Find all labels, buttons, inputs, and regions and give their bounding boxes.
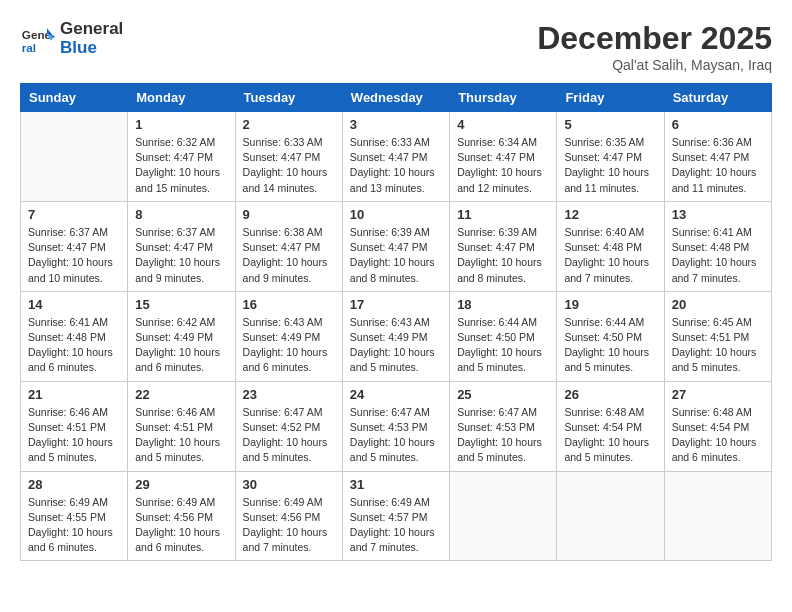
weekday-header-thursday: Thursday	[450, 84, 557, 112]
calendar-cell: 21Sunrise: 6:46 AMSunset: 4:51 PMDayligh…	[21, 381, 128, 471]
calendar-cell: 19Sunrise: 6:44 AMSunset: 4:50 PMDayligh…	[557, 291, 664, 381]
logo: Gene- ral General Blue	[20, 20, 123, 57]
calendar-cell: 16Sunrise: 6:43 AMSunset: 4:49 PMDayligh…	[235, 291, 342, 381]
day-number: 29	[135, 477, 227, 492]
day-number: 3	[350, 117, 442, 132]
calendar-cell: 31Sunrise: 6:49 AMSunset: 4:57 PMDayligh…	[342, 471, 449, 561]
svg-text:ral: ral	[22, 40, 36, 53]
day-info: Sunrise: 6:49 AMSunset: 4:57 PMDaylight:…	[350, 495, 442, 556]
day-info: Sunrise: 6:32 AMSunset: 4:47 PMDaylight:…	[135, 135, 227, 196]
calendar-cell: 27Sunrise: 6:48 AMSunset: 4:54 PMDayligh…	[664, 381, 771, 471]
calendar-cell: 1Sunrise: 6:32 AMSunset: 4:47 PMDaylight…	[128, 112, 235, 202]
weekday-header-wednesday: Wednesday	[342, 84, 449, 112]
weekday-header-row: SundayMondayTuesdayWednesdayThursdayFrid…	[21, 84, 772, 112]
day-info: Sunrise: 6:33 AMSunset: 4:47 PMDaylight:…	[350, 135, 442, 196]
day-info: Sunrise: 6:44 AMSunset: 4:50 PMDaylight:…	[564, 315, 656, 376]
day-info: Sunrise: 6:49 AMSunset: 4:56 PMDaylight:…	[243, 495, 335, 556]
calendar-cell: 15Sunrise: 6:42 AMSunset: 4:49 PMDayligh…	[128, 291, 235, 381]
day-info: Sunrise: 6:40 AMSunset: 4:48 PMDaylight:…	[564, 225, 656, 286]
day-number: 4	[457, 117, 549, 132]
day-info: Sunrise: 6:44 AMSunset: 4:50 PMDaylight:…	[457, 315, 549, 376]
day-number: 20	[672, 297, 764, 312]
day-info: Sunrise: 6:49 AMSunset: 4:55 PMDaylight:…	[28, 495, 120, 556]
day-number: 11	[457, 207, 549, 222]
calendar-cell: 9Sunrise: 6:38 AMSunset: 4:47 PMDaylight…	[235, 201, 342, 291]
calendar-cell: 22Sunrise: 6:46 AMSunset: 4:51 PMDayligh…	[128, 381, 235, 471]
calendar-cell: 17Sunrise: 6:43 AMSunset: 4:49 PMDayligh…	[342, 291, 449, 381]
day-info: Sunrise: 6:39 AMSunset: 4:47 PMDaylight:…	[457, 225, 549, 286]
day-info: Sunrise: 6:39 AMSunset: 4:47 PMDaylight:…	[350, 225, 442, 286]
calendar-cell: 24Sunrise: 6:47 AMSunset: 4:53 PMDayligh…	[342, 381, 449, 471]
calendar-cell: 20Sunrise: 6:45 AMSunset: 4:51 PMDayligh…	[664, 291, 771, 381]
day-number: 31	[350, 477, 442, 492]
calendar-cell: 13Sunrise: 6:41 AMSunset: 4:48 PMDayligh…	[664, 201, 771, 291]
calendar-cell: 25Sunrise: 6:47 AMSunset: 4:53 PMDayligh…	[450, 381, 557, 471]
week-row-3: 14Sunrise: 6:41 AMSunset: 4:48 PMDayligh…	[21, 291, 772, 381]
month-title: December 2025	[537, 20, 772, 57]
calendar-cell	[450, 471, 557, 561]
day-number: 12	[564, 207, 656, 222]
day-info: Sunrise: 6:49 AMSunset: 4:56 PMDaylight:…	[135, 495, 227, 556]
day-number: 28	[28, 477, 120, 492]
day-number: 23	[243, 387, 335, 402]
day-info: Sunrise: 6:43 AMSunset: 4:49 PMDaylight:…	[243, 315, 335, 376]
day-number: 25	[457, 387, 549, 402]
calendar-cell: 2Sunrise: 6:33 AMSunset: 4:47 PMDaylight…	[235, 112, 342, 202]
day-number: 5	[564, 117, 656, 132]
week-row-1: 1Sunrise: 6:32 AMSunset: 4:47 PMDaylight…	[21, 112, 772, 202]
day-info: Sunrise: 6:46 AMSunset: 4:51 PMDaylight:…	[135, 405, 227, 466]
day-number: 8	[135, 207, 227, 222]
calendar-cell	[21, 112, 128, 202]
calendar-cell: 4Sunrise: 6:34 AMSunset: 4:47 PMDaylight…	[450, 112, 557, 202]
day-number: 14	[28, 297, 120, 312]
day-info: Sunrise: 6:35 AMSunset: 4:47 PMDaylight:…	[564, 135, 656, 196]
day-info: Sunrise: 6:37 AMSunset: 4:47 PMDaylight:…	[135, 225, 227, 286]
day-number: 17	[350, 297, 442, 312]
week-row-2: 7Sunrise: 6:37 AMSunset: 4:47 PMDaylight…	[21, 201, 772, 291]
day-info: Sunrise: 6:38 AMSunset: 4:47 PMDaylight:…	[243, 225, 335, 286]
day-number: 2	[243, 117, 335, 132]
day-info: Sunrise: 6:48 AMSunset: 4:54 PMDaylight:…	[672, 405, 764, 466]
week-row-5: 28Sunrise: 6:49 AMSunset: 4:55 PMDayligh…	[21, 471, 772, 561]
weekday-header-saturday: Saturday	[664, 84, 771, 112]
weekday-header-sunday: Sunday	[21, 84, 128, 112]
day-number: 13	[672, 207, 764, 222]
day-info: Sunrise: 6:46 AMSunset: 4:51 PMDaylight:…	[28, 405, 120, 466]
calendar-cell: 8Sunrise: 6:37 AMSunset: 4:47 PMDaylight…	[128, 201, 235, 291]
calendar-cell: 18Sunrise: 6:44 AMSunset: 4:50 PMDayligh…	[450, 291, 557, 381]
day-info: Sunrise: 6:48 AMSunset: 4:54 PMDaylight:…	[564, 405, 656, 466]
calendar-table: SundayMondayTuesdayWednesdayThursdayFrid…	[20, 83, 772, 561]
day-number: 15	[135, 297, 227, 312]
day-info: Sunrise: 6:47 AMSunset: 4:53 PMDaylight:…	[350, 405, 442, 466]
calendar-cell: 10Sunrise: 6:39 AMSunset: 4:47 PMDayligh…	[342, 201, 449, 291]
calendar-cell: 14Sunrise: 6:41 AMSunset: 4:48 PMDayligh…	[21, 291, 128, 381]
logo-icon: Gene- ral	[20, 21, 56, 57]
day-info: Sunrise: 6:42 AMSunset: 4:49 PMDaylight:…	[135, 315, 227, 376]
day-info: Sunrise: 6:37 AMSunset: 4:47 PMDaylight:…	[28, 225, 120, 286]
calendar-cell: 11Sunrise: 6:39 AMSunset: 4:47 PMDayligh…	[450, 201, 557, 291]
calendar-cell: 6Sunrise: 6:36 AMSunset: 4:47 PMDaylight…	[664, 112, 771, 202]
day-number: 26	[564, 387, 656, 402]
day-info: Sunrise: 6:33 AMSunset: 4:47 PMDaylight:…	[243, 135, 335, 196]
calendar-cell: 12Sunrise: 6:40 AMSunset: 4:48 PMDayligh…	[557, 201, 664, 291]
day-number: 6	[672, 117, 764, 132]
day-number: 27	[672, 387, 764, 402]
day-number: 7	[28, 207, 120, 222]
day-number: 18	[457, 297, 549, 312]
day-info: Sunrise: 6:43 AMSunset: 4:49 PMDaylight:…	[350, 315, 442, 376]
calendar-cell: 23Sunrise: 6:47 AMSunset: 4:52 PMDayligh…	[235, 381, 342, 471]
day-number: 21	[28, 387, 120, 402]
day-number: 10	[350, 207, 442, 222]
day-number: 16	[243, 297, 335, 312]
weekday-header-monday: Monday	[128, 84, 235, 112]
day-info: Sunrise: 6:41 AMSunset: 4:48 PMDaylight:…	[28, 315, 120, 376]
logo-text: General Blue	[60, 20, 123, 57]
week-row-4: 21Sunrise: 6:46 AMSunset: 4:51 PMDayligh…	[21, 381, 772, 471]
calendar-cell: 30Sunrise: 6:49 AMSunset: 4:56 PMDayligh…	[235, 471, 342, 561]
weekday-header-tuesday: Tuesday	[235, 84, 342, 112]
day-info: Sunrise: 6:47 AMSunset: 4:53 PMDaylight:…	[457, 405, 549, 466]
day-info: Sunrise: 6:36 AMSunset: 4:47 PMDaylight:…	[672, 135, 764, 196]
day-info: Sunrise: 6:41 AMSunset: 4:48 PMDaylight:…	[672, 225, 764, 286]
day-number: 30	[243, 477, 335, 492]
calendar-cell: 5Sunrise: 6:35 AMSunset: 4:47 PMDaylight…	[557, 112, 664, 202]
